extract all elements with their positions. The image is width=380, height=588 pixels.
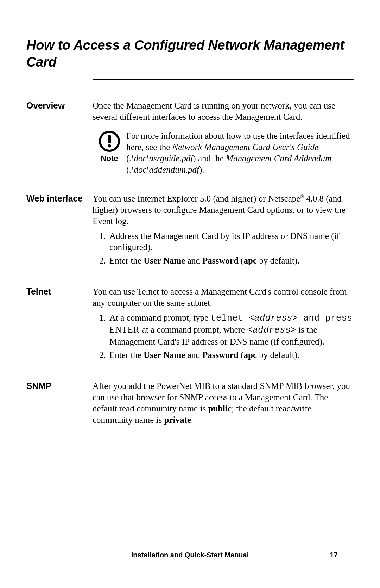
mono-italic-text: <address> <box>247 325 296 335</box>
path-text: .\doc\usrguide.pdf <box>129 154 193 163</box>
svg-rect-1 <box>108 135 111 143</box>
telnet-intro: You can use Telnet to access a Managemen… <box>93 286 354 309</box>
text-fragment: At a command prompt, type <box>109 313 210 322</box>
text-fragment: . <box>191 415 193 425</box>
section-label: Telnet <box>26 286 93 297</box>
italic-title: Management Card Addendum <box>226 154 331 163</box>
document-page: How to Access a Configured Network Manag… <box>0 0 380 588</box>
section-body: After you add the PowerNet MIB to a stan… <box>93 380 354 428</box>
bold-term: public <box>208 404 232 413</box>
text-fragment: by default). <box>257 350 299 360</box>
text-fragment: Address the Management Card by its IP ad… <box>109 231 340 252</box>
path-text: .\doc\addendum.pdf <box>129 165 199 174</box>
section-label: SNMP <box>26 380 93 391</box>
svg-point-2 <box>108 144 111 148</box>
text-fragment: and <box>185 256 202 265</box>
snmp-text: After you add the PowerNet MIB to a stan… <box>93 380 354 426</box>
list-item: Enter the User Name and Password (apc by… <box>108 349 354 361</box>
registered-mark: ® <box>300 194 304 199</box>
list-item: Enter the User Name and Password (apc by… <box>108 255 354 266</box>
italic-title: Network Management Card User's Guide <box>172 142 318 152</box>
text-fragment: ( <box>239 350 244 360</box>
footer-title: Installation and Quick-Start Manual <box>0 551 380 559</box>
text-fragment: ) and the <box>193 154 226 163</box>
text-fragment: Enter the <box>109 350 144 360</box>
text-fragment: ( <box>239 256 244 265</box>
mono-text: telnet <box>210 313 249 323</box>
page-number: 17 <box>330 551 338 559</box>
smallcaps-key: ENTER <box>109 325 142 334</box>
section-overview: Overview Once the Management Card is run… <box>26 100 354 175</box>
bold-term: apc <box>243 256 257 265</box>
section-telnet: Telnet You can use Telnet to access a Ma… <box>26 286 354 363</box>
text-fragment: and <box>185 350 202 360</box>
list-item: At a command prompt, type telnet <addres… <box>108 312 354 347</box>
section-web: Web interface You can use Internet Explo… <box>26 193 354 268</box>
exclaim-icon <box>99 130 120 152</box>
bold-term: private <box>164 415 191 425</box>
note-icon-container: Note <box>93 130 126 163</box>
note-label: Note <box>93 154 126 163</box>
bold-term: User Name <box>144 350 185 360</box>
mono-italic-text: <address> <box>249 313 298 323</box>
section-body: You can use Internet Explorer 5.0 (and h… <box>93 193 354 268</box>
page-title: How to Access a Configured Network Manag… <box>26 37 354 70</box>
mono-text: and press <box>298 313 353 323</box>
bold-term: apc <box>243 350 257 360</box>
section-body: Once the Management Card is running on y… <box>93 100 354 175</box>
bold-term: User Name <box>144 256 185 265</box>
list-item: Address the Management Card by its IP ad… <box>108 230 354 253</box>
title-rule <box>93 79 354 80</box>
text-fragment: at a command prompt, where <box>142 325 247 334</box>
text-fragment: by default). <box>257 256 299 265</box>
note-block: Note For more information about how to u… <box>93 130 354 175</box>
bold-term: Password <box>202 256 239 265</box>
section-label: Web interface <box>26 193 93 204</box>
web-steps: Address the Management Card by its IP ad… <box>93 230 354 266</box>
section-body: You can use Telnet to access a Managemen… <box>93 286 354 363</box>
telnet-steps: At a command prompt, type telnet <addres… <box>93 312 354 361</box>
web-intro: You can use Internet Explorer 5.0 (and h… <box>93 193 354 227</box>
text-fragment: You can use Internet Explorer 5.0 (and h… <box>93 194 300 203</box>
text-fragment: ). <box>199 165 204 174</box>
text-fragment: Enter the <box>109 256 144 265</box>
bold-term: Password <box>202 350 239 360</box>
note-text: For more information about how to use th… <box>126 130 354 175</box>
section-snmp: SNMP After you add the PowerNet MIB to a… <box>26 380 354 428</box>
overview-intro: Once the Management Card is running on y… <box>93 100 354 123</box>
section-label: Overview <box>26 100 93 111</box>
